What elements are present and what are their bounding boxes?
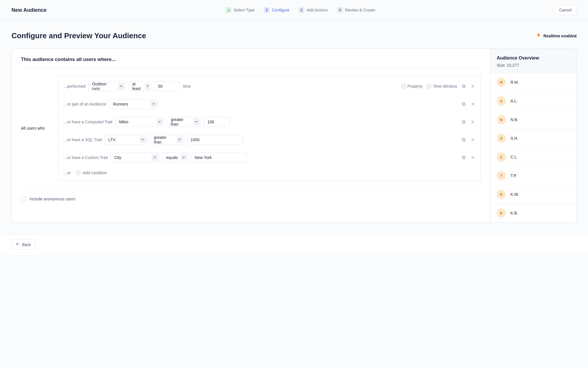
condition-prefix: ...or have a Custom Trait [64, 155, 108, 160]
audience-select[interactable]: Runners [109, 99, 158, 109]
cancel-button[interactable]: Cancel [554, 5, 577, 15]
add-property-button[interactable]: + Property [401, 84, 423, 89]
add-condition-button[interactable]: + Add condition [76, 170, 107, 175]
audience-builder: This audience contains all users where..… [12, 49, 490, 222]
comparator-select[interactable]: greater than [150, 135, 184, 145]
comparator-select[interactable]: greater than [167, 117, 201, 127]
audience-overview-panel: Audience Overview Size: 10,277 RR.M.AA.L… [490, 49, 576, 222]
add-time-window-button[interactable]: + Time Window [427, 84, 457, 89]
step-label: Configure [272, 8, 289, 12]
chevron-down-icon [156, 119, 163, 125]
divider [21, 68, 481, 68]
step-configure[interactable]: 2 Configure [264, 7, 289, 13]
step-select-type[interactable]: Select Type [226, 7, 255, 13]
svg-rect-12 [463, 139, 465, 141]
step-label: Select Type [234, 8, 255, 12]
avatar: C [497, 152, 506, 162]
select-value: Outdoor runs [92, 82, 115, 91]
svg-rect-8 [463, 121, 465, 123]
conditions-card: ...performed Outdoor runs at least time [58, 75, 481, 181]
overview-user-list: RR.M.AA.L.NN.B.SS.H.CC.L.TT.P.KK.W.KK.B. [490, 73, 576, 222]
duplicate-icon[interactable] [461, 137, 466, 142]
close-icon[interactable] [470, 155, 475, 160]
plus-icon: + [427, 84, 431, 89]
avatar: R [497, 78, 506, 87]
chevron-down-icon [150, 101, 157, 107]
value-input[interactable] [187, 135, 243, 145]
user-row[interactable]: SS.H. [490, 129, 576, 147]
user-row[interactable]: KK.B. [490, 204, 576, 222]
condition-row-custom-trait: ...or have a Custom Trait City equals [59, 149, 481, 166]
condition-prefix: ...or have a SQL Trait [64, 137, 102, 142]
step-label: Add Actions [307, 8, 328, 12]
duplicate-icon[interactable] [461, 101, 466, 107]
duplicate-icon[interactable] [461, 84, 466, 89]
plus-icon: + [76, 170, 80, 175]
condition-row-computed-trait: ...or have a Computed Trait Miles greate… [59, 113, 481, 131]
user-row[interactable]: NN.B. [490, 110, 576, 129]
condition-row-audience: ...or part of an Audience Runners [59, 95, 481, 113]
chevron-down-icon [152, 154, 158, 161]
or-label: ...or [64, 170, 71, 175]
comparator-select[interactable]: at least [128, 81, 151, 91]
event-select[interactable]: Outdoor runs [88, 81, 125, 91]
count-input[interactable] [154, 81, 180, 91]
step-review-create[interactable]: 4 Review & Create [337, 7, 375, 13]
user-row[interactable]: CC.L. [490, 147, 576, 166]
step-number: 2 [264, 7, 270, 13]
time-suffix: time [183, 84, 190, 89]
close-icon[interactable] [470, 137, 475, 142]
include-anonymous-row: Include anonymous users [21, 188, 481, 202]
select-value: Runners [113, 102, 128, 106]
chevron-down-icon [177, 137, 182, 143]
user-row[interactable]: KK.W. [490, 185, 576, 204]
include-anonymous-label: Include anonymous users [30, 197, 76, 201]
user-row[interactable]: RR.M. [490, 73, 576, 91]
group-label: All users who [21, 75, 53, 181]
avatar: K [497, 208, 506, 218]
duplicate-icon[interactable] [461, 155, 466, 160]
user-row[interactable]: TT.P. [490, 166, 576, 185]
header: New Audience Select Type 2 Configure 3 A… [0, 0, 588, 20]
svg-rect-17 [462, 156, 465, 158]
select-value: equals [166, 155, 178, 160]
user-name: K.B. [510, 211, 518, 215]
include-anonymous-checkbox[interactable] [21, 196, 26, 202]
avatar: S [497, 134, 506, 143]
close-icon[interactable] [470, 84, 475, 89]
value-input[interactable] [191, 153, 247, 162]
svg-rect-5 [462, 103, 465, 105]
back-button[interactable]: Back [11, 239, 35, 250]
realtime-label: Realtime enabled [543, 34, 577, 38]
plus-icon: + [401, 84, 406, 89]
avatar: T [497, 171, 506, 180]
close-icon[interactable] [470, 101, 475, 107]
user-row[interactable]: AA.L. [490, 91, 576, 110]
comparator-select[interactable]: equals [162, 153, 188, 162]
trait-select[interactable]: Miles [115, 117, 164, 127]
overview-title: Audience Overview [497, 55, 570, 61]
svg-rect-0 [463, 85, 465, 88]
svg-rect-13 [462, 138, 465, 141]
user-name: S.H. [510, 136, 518, 141]
close-icon[interactable] [470, 119, 475, 124]
select-value: greater than [154, 135, 174, 144]
footer: Back [0, 234, 588, 255]
overview-size: Size: 10,277 [497, 63, 570, 68]
select-value: greater than [171, 117, 191, 126]
step-add-actions[interactable]: 3 Add Actions [299, 7, 328, 13]
header-title: New Audience [11, 7, 47, 13]
value-input[interactable] [204, 117, 230, 127]
arrow-left-icon [16, 242, 20, 247]
realtime-badge: Realtime enabled [536, 32, 577, 39]
builder-heading: This audience contains all users where..… [21, 57, 481, 62]
user-name: T.P. [510, 173, 517, 178]
user-name: A.L. [510, 99, 518, 103]
select-value: Miles [119, 120, 129, 124]
custom-trait-select[interactable]: City [111, 153, 159, 162]
duplicate-icon[interactable] [461, 119, 466, 124]
sql-trait-select[interactable]: LTV [105, 135, 147, 145]
page-title: Configure and Preview Your Audience [11, 31, 146, 40]
user-name: C.L. [510, 155, 518, 159]
svg-rect-16 [463, 157, 465, 159]
